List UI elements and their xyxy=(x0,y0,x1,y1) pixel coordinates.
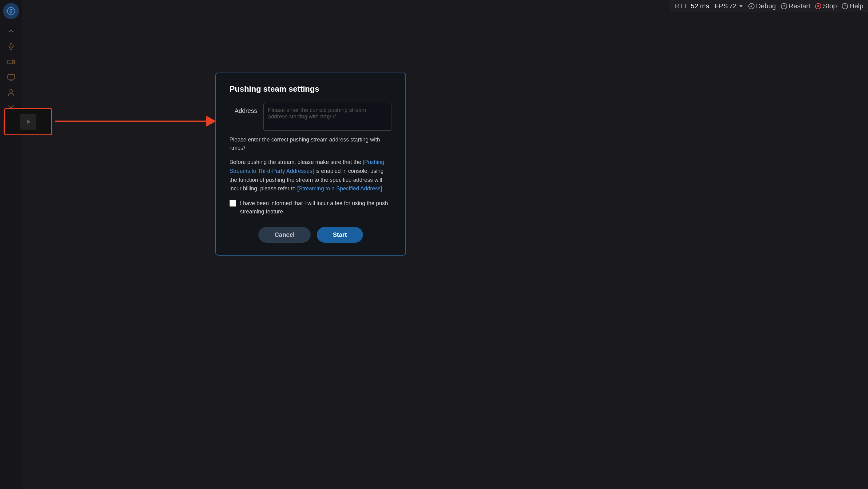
logo-icon xyxy=(7,7,16,16)
fps-chevron-icon xyxy=(739,5,743,7)
fee-checkbox-label[interactable]: I have been informed that I will incur a… xyxy=(240,199,392,216)
debug-label: Debug xyxy=(756,2,776,10)
stream-thumb-preview xyxy=(20,114,36,130)
svg-point-1 xyxy=(10,10,12,12)
fps-label: FPS xyxy=(714,2,728,10)
restart-label: Restart xyxy=(788,2,810,10)
rtt-label: RTT xyxy=(675,2,687,10)
dialog-title: Pushing steam settings xyxy=(229,84,392,94)
dialog-buttons: Cancel Start xyxy=(229,227,392,243)
hint-text-content: Please enter the correct pushing stream … xyxy=(229,136,380,151)
svg-rect-6 xyxy=(8,74,14,79)
streaming-address-link[interactable]: [Streaming to a Specified Address] xyxy=(297,185,382,192)
stop-icon: ■ xyxy=(815,3,821,9)
billing-text-3: . xyxy=(382,185,383,192)
fee-acknowledgement-row: I have been informed that I will incur a… xyxy=(229,199,392,216)
play-icon xyxy=(24,118,33,126)
monitor-icon xyxy=(7,73,15,81)
arrow-head-icon xyxy=(206,116,216,127)
sidebar-item-collapse[interactable] xyxy=(3,24,19,38)
help-icon: ? xyxy=(842,3,848,9)
fps-dropdown[interactable]: FPS 72 xyxy=(714,2,743,10)
rtt-value: 52 ms xyxy=(691,2,709,10)
person-icon xyxy=(7,89,15,97)
sidebar-item-monitor[interactable] xyxy=(3,70,19,84)
address-input[interactable] xyxy=(263,103,392,131)
start-button[interactable]: Start xyxy=(317,227,363,243)
address-label: Address xyxy=(229,103,257,114)
cancel-button[interactable]: Cancel xyxy=(258,227,311,243)
sidebar xyxy=(0,0,22,489)
debug-icon: ● xyxy=(748,3,754,9)
help-button[interactable]: ? Help xyxy=(842,2,863,10)
top-bar: RTT 52 ms FPS 72 ● Debug ↺ Restart ■ Sto… xyxy=(670,0,868,12)
top-bar-actions: ● Debug ↺ Restart ■ Stop ? Help xyxy=(748,2,863,10)
fee-checkbox[interactable] xyxy=(229,200,236,207)
svg-point-9 xyxy=(10,90,12,92)
help-label: Help xyxy=(849,2,863,10)
address-row: Address xyxy=(229,103,392,131)
arrow-indicator xyxy=(55,116,216,127)
camera-icon xyxy=(7,58,15,66)
chevron-up-icon xyxy=(7,27,15,35)
address-hint: Please enter the correct pushing stream … xyxy=(229,135,392,152)
restart-button[interactable]: ↺ Restart xyxy=(781,2,810,10)
debug-button[interactable]: ● Debug xyxy=(748,2,776,10)
restart-icon: ↺ xyxy=(781,3,787,9)
stop-label: Stop xyxy=(823,2,837,10)
rtt-stat: RTT 52 ms xyxy=(675,2,709,10)
svg-rect-5 xyxy=(8,60,12,64)
stop-button[interactable]: ■ Stop xyxy=(815,2,837,10)
push-settings-dialog: Pushing steam settings Address Please en… xyxy=(215,72,406,255)
stream-thumbnail[interactable] xyxy=(4,108,52,135)
sidebar-item-mic[interactable] xyxy=(3,39,19,54)
fps-value: 72 xyxy=(729,2,736,10)
svg-rect-2 xyxy=(10,43,12,47)
mic-icon xyxy=(7,42,15,51)
sidebar-item-person[interactable] xyxy=(3,86,19,100)
sidebar-logo[interactable] xyxy=(3,3,19,19)
billing-text-1: Before pushing the stream, please make s… xyxy=(229,159,363,165)
arrow-line xyxy=(55,121,206,122)
billing-notice: Before pushing the stream, please make s… xyxy=(229,158,392,193)
svg-marker-13 xyxy=(27,119,31,124)
sidebar-item-camera[interactable] xyxy=(3,55,19,69)
